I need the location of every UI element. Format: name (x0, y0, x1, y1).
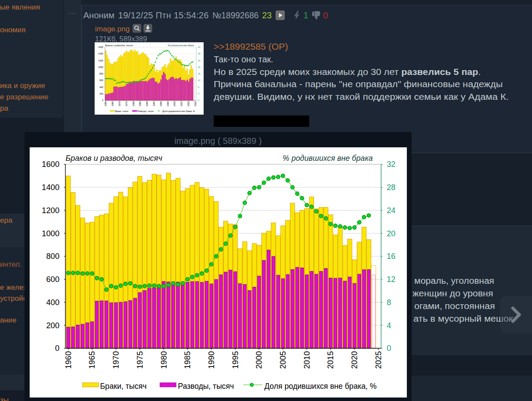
svg-text:400: 400 (46, 298, 59, 307)
svg-text:1400: 1400 (98, 52, 103, 55)
svg-text:Разводы, тысяч: Разводы, тысяч (178, 382, 234, 391)
svg-text:1600: 1600 (98, 46, 103, 48)
svg-text:2000: 2000 (160, 101, 162, 106)
svg-text:200: 200 (99, 92, 103, 95)
svg-text:1200: 1200 (42, 206, 60, 215)
svg-text:0: 0 (102, 99, 103, 102)
svg-text:600: 600 (46, 275, 59, 284)
svg-text:16: 16 (198, 72, 201, 75)
svg-text:2010: 2010 (173, 101, 176, 106)
svg-text:32: 32 (387, 160, 396, 169)
svg-text:800: 800 (99, 72, 103, 75)
svg-text:1985: 1985 (139, 101, 141, 106)
svg-text:Браки, тысяч: Браки, тысяч (100, 382, 147, 391)
svg-text:0: 0 (198, 99, 199, 102)
svg-text:600: 600 (99, 79, 103, 82)
svg-text:1000: 1000 (98, 66, 103, 68)
svg-text:24: 24 (198, 59, 201, 62)
svg-text:20: 20 (198, 66, 201, 68)
svg-text:8: 8 (387, 298, 391, 307)
svg-text:1965: 1965 (111, 101, 114, 106)
svg-text:1975: 1975 (125, 101, 128, 106)
svg-text:0: 0 (55, 343, 59, 353)
svg-text:8: 8 (198, 86, 199, 88)
svg-text:200: 200 (46, 321, 59, 330)
svg-text:1965: 1965 (87, 351, 96, 369)
svg-text:Доля родившихся вне брака, %: Доля родившихся вне брака, % (163, 110, 195, 112)
svg-text:2025: 2025 (194, 101, 197, 106)
svg-text:4: 4 (387, 321, 391, 330)
svg-text:28: 28 (387, 183, 396, 192)
svg-text:% родившихся вне брака: % родившихся вне брака (168, 44, 194, 47)
svg-text:1960: 1960 (104, 101, 107, 106)
svg-text:24: 24 (387, 206, 396, 215)
svg-text:1990: 1990 (146, 101, 148, 106)
svg-text:1000: 1000 (42, 229, 60, 238)
svg-text:0: 0 (387, 343, 391, 353)
svg-text:1980: 1980 (132, 101, 135, 106)
svg-text:20: 20 (387, 229, 396, 238)
svg-text:1200: 1200 (98, 59, 103, 62)
svg-text:2000: 2000 (254, 351, 263, 369)
svg-text:1980: 1980 (159, 351, 168, 369)
svg-text:Браки, тысяч: Браки, тысяч (115, 110, 129, 112)
svg-text:2010: 2010 (302, 351, 311, 369)
svg-text:1985: 1985 (183, 351, 192, 369)
svg-text:28: 28 (198, 52, 201, 55)
svg-text:2005: 2005 (167, 101, 169, 106)
svg-text:1970: 1970 (111, 351, 120, 369)
svg-text:Разводы, тысяч: Разводы, тысяч (137, 110, 153, 112)
svg-text:12: 12 (387, 275, 396, 284)
svg-text:400: 400 (99, 86, 103, 88)
svg-text:1960: 1960 (64, 351, 73, 369)
svg-text:2025: 2025 (374, 351, 383, 369)
svg-text:Браков и разводов, тысяч: Браков и разводов, тысяч (105, 44, 133, 47)
svg-text:1995: 1995 (231, 351, 240, 369)
svg-text:% родившихся вне брака: % родившихся вне брака (283, 153, 373, 163)
svg-text:1400: 1400 (42, 183, 60, 192)
svg-text:2020: 2020 (187, 101, 190, 106)
svg-text:1600: 1600 (42, 160, 60, 169)
svg-text:2015: 2015 (326, 351, 335, 369)
svg-text:1975: 1975 (135, 351, 144, 369)
svg-text:16: 16 (387, 251, 396, 261)
svg-text:1990: 1990 (207, 351, 216, 369)
svg-text:800: 800 (46, 251, 59, 261)
svg-text:2005: 2005 (278, 351, 287, 369)
svg-text:32: 32 (198, 46, 201, 48)
svg-text:Доля родившихся вне брака, %: Доля родившихся вне брака, % (264, 382, 377, 391)
svg-text:1995: 1995 (153, 101, 155, 106)
svg-text:2020: 2020 (350, 351, 359, 369)
svg-text:Браков и разводов, тысяч: Браков и разводов, тысяч (65, 153, 162, 163)
svg-text:2015: 2015 (180, 101, 183, 106)
svg-text:4: 4 (198, 92, 199, 95)
svg-text:12: 12 (198, 79, 201, 82)
svg-text:1970: 1970 (118, 101, 121, 106)
